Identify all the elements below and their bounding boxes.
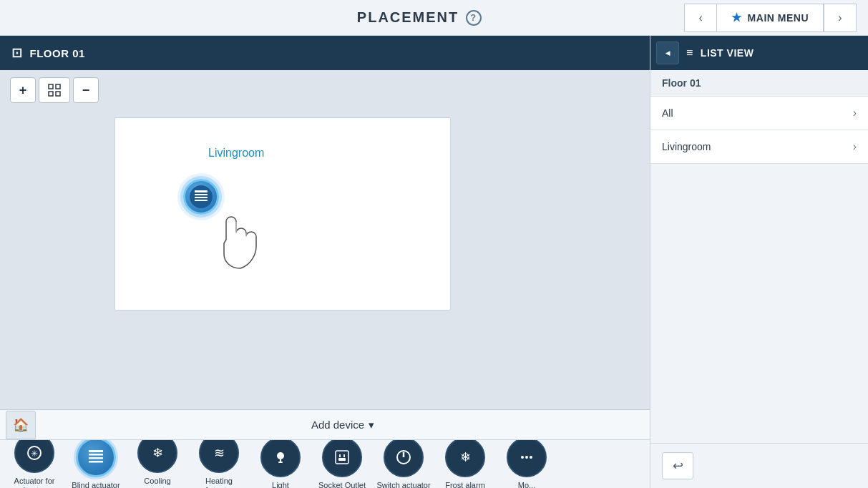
device-tray-item-blind-actuator[interactable]: Blind actuator (67, 440, 125, 488)
prev-button[interactable]: ‹ (684, 4, 717, 32)
svg-rect-6 (195, 197, 208, 198)
zoom-fit-button[interactable] (39, 77, 70, 103)
floor-room: Livingroom (114, 117, 451, 311)
add-device-button[interactable]: Add device ▾ (311, 419, 374, 431)
device-circle-heating-actuator: ≋ (199, 440, 239, 473)
chevron-right-icon: › (853, 107, 857, 119)
svg-rect-1 (56, 84, 60, 89)
chevron-right-icon-2: › (853, 140, 857, 153)
svg-rect-10 (89, 450, 103, 452)
svg-rect-11 (89, 454, 103, 456)
right-panel: ◂ ≡ LIST VIEW Floor 01 All › Livingroom … (650, 36, 868, 488)
svg-text:❄: ❄ (460, 450, 471, 464)
bottom-toolbar: 🏠 Add device ▾ ✳Actuator for heat...Blin… (0, 409, 650, 488)
svg-point-27 (525, 456, 528, 459)
device-label-socket-outlet: Socket Outlet (318, 481, 366, 488)
top-bar-nav: ‹ ★ MAIN MENU › (684, 4, 857, 32)
device-label-light: Light (272, 481, 289, 488)
room-label: Livingroom (208, 147, 264, 160)
list-view-icon: ≡ (686, 47, 693, 59)
device-label-frost-alarm: Frost alarm (445, 481, 485, 488)
svg-rect-12 (89, 457, 103, 459)
floor-header-icon: ⊡ (11, 45, 23, 61)
zoom-fit-icon (47, 83, 62, 97)
zoom-controls: + − (0, 70, 650, 110)
device-circle-switch-actuator (384, 440, 424, 477)
list-item-livingroom[interactable]: Livingroom › (650, 130, 868, 164)
left-panel: ⊡ FLOOR 01 + − Livingroom (0, 36, 650, 488)
floor-header: ⊡ FLOOR 01 (0, 36, 650, 70)
list-item-all-label: All (662, 107, 673, 119)
home-tab[interactable]: 🏠 (6, 411, 36, 439)
device-tray-item-socket-outlet[interactable]: Socket Outlet (313, 440, 371, 488)
device-label-cooling-actuator: Cooling actuator (129, 477, 186, 488)
device-tray-item-frost-alarm[interactable]: ❄Frost alarm (437, 440, 494, 488)
svg-text:≋: ≋ (214, 446, 225, 460)
device-circle-more (507, 440, 547, 477)
list-item-livingroom-label: Livingroom (662, 141, 711, 152)
device-tray-item-heating-actuator[interactable]: ≋Heating Actuator (190, 440, 248, 488)
device-circle-light (260, 440, 301, 477)
svg-text:❄: ❄ (152, 446, 163, 460)
right-bottom: ↩ (650, 443, 868, 488)
main-menu-label: MAIN MENU (748, 12, 809, 24)
add-device-bar: Add device ▾ (42, 410, 644, 440)
device-circle-actuator-heat: ✳ (14, 440, 54, 473)
right-list: Floor 01 All › Livingroom › (650, 70, 868, 443)
svg-rect-3 (56, 92, 60, 96)
device-tray-item-light[interactable]: Light (252, 440, 309, 488)
device-label-actuator-heat: Actuator for heat... (6, 477, 63, 488)
page-title: PLACEMENT (357, 9, 459, 26)
star-icon: ★ (731, 11, 742, 24)
svg-rect-0 (49, 84, 53, 89)
svg-rect-2 (49, 92, 53, 96)
next-button[interactable]: › (824, 4, 857, 32)
svg-rect-19 (336, 451, 348, 464)
dropdown-icon: ▾ (369, 419, 374, 431)
device-circle-blind-actuator (76, 440, 116, 477)
svg-point-16 (277, 452, 284, 459)
svg-rect-22 (338, 458, 346, 461)
device-on-canvas[interactable] (183, 179, 219, 215)
back-button[interactable]: ↩ (662, 452, 693, 479)
svg-rect-18 (278, 462, 283, 463)
floor-canvas: Livingroom (0, 110, 650, 409)
svg-text:✳: ✳ (31, 449, 38, 459)
collapse-button[interactable]: ◂ (656, 42, 679, 64)
list-item-all[interactable]: All › (650, 97, 868, 130)
help-icon[interactable]: ? (466, 10, 482, 26)
svg-rect-4 (195, 190, 208, 192)
zoom-out-button[interactable]: − (73, 77, 99, 103)
top-bar: PLACEMENT ? ‹ ★ MAIN MENU › (0, 0, 868, 36)
device-tray-item-actuator-heat[interactable]: ✳Actuator for heat... (6, 440, 63, 488)
svg-rect-13 (89, 461, 103, 463)
add-device-label: Add device (311, 419, 364, 431)
device-label-blind-actuator: Blind actuator (72, 481, 120, 488)
svg-point-26 (521, 456, 524, 459)
device-tray-item-cooling-actuator[interactable]: ❄Cooling actuator (129, 440, 186, 488)
hand-cursor-icon (194, 200, 280, 279)
device-tray: ✳Actuator for heat...Blind actuator❄Cool… (0, 440, 650, 488)
main-menu-button[interactable]: ★ MAIN MENU (717, 4, 824, 32)
list-view-label: LIST VIEW (701, 47, 754, 59)
device-label-more: Mo... (518, 481, 535, 488)
device-circle-cooling-actuator: ❄ (137, 440, 177, 473)
right-header: ◂ ≡ LIST VIEW (650, 36, 868, 70)
device-label-heating-actuator: Heating Actuator (190, 477, 248, 488)
device-tray-item-switch-actuator[interactable]: Switch actuator (375, 440, 432, 488)
device-tray-item-more[interactable]: Mo... (498, 440, 555, 488)
device-circle-socket-outlet (322, 440, 362, 477)
main-content: ⊡ FLOOR 01 + − Livingroom (0, 36, 868, 488)
zoom-in-button[interactable]: + (10, 77, 36, 103)
svg-point-28 (530, 456, 532, 459)
list-section-header: Floor 01 (650, 70, 868, 97)
svg-rect-5 (195, 194, 208, 195)
page-title-area: PLACEMENT ? (357, 9, 482, 26)
device-circle-frost-alarm: ❄ (445, 440, 485, 477)
floor-title: FLOOR 01 (30, 47, 85, 59)
device-label-switch-actuator: Switch actuator (376, 481, 430, 488)
